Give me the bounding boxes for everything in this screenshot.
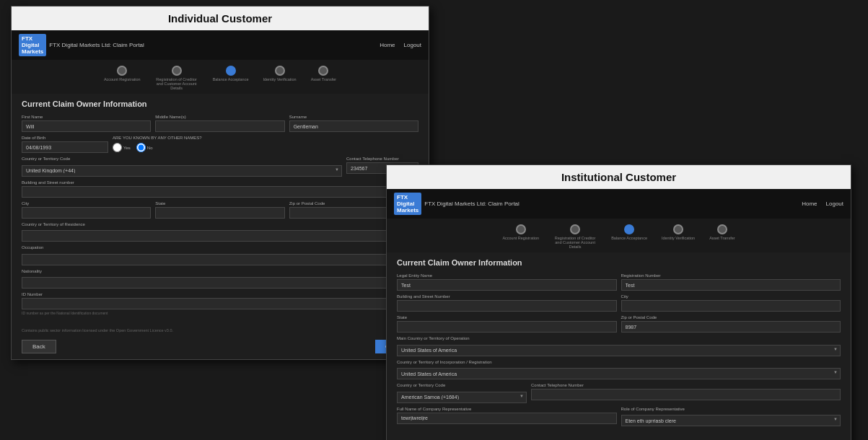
- institutional-registration-number-input[interactable]: [621, 279, 841, 291]
- institutional-role-rep-select[interactable]: Eten eth uprriasb clere: [621, 415, 841, 426]
- institutional-country-code-select[interactable]: American Samoa (+1684): [397, 392, 527, 403]
- individual-first-name-input[interactable]: [22, 120, 151, 132]
- institutional-main-country-select[interactable]: United States of America: [397, 345, 841, 356]
- institutional-customer-panel: Institutional Customer FTXDigitalMarkets…: [386, 164, 851, 440]
- institutional-zip-input[interactable]: [621, 321, 841, 333]
- institutional-step-circle-5: [717, 224, 727, 234]
- institutional-step-2: Registration of Creditor and Customer Ac…: [553, 224, 597, 249]
- individual-step-circle-2: [172, 66, 182, 76]
- individual-country-code-select[interactable]: United Kingdom (+44): [22, 165, 342, 177]
- institutional-logout-link[interactable]: Logout: [826, 201, 843, 207]
- individual-building-input[interactable]: [22, 186, 418, 198]
- individual-row-3: Country or Territory Code United Kingdom…: [22, 157, 418, 177]
- individual-home-link[interactable]: Home: [380, 42, 395, 48]
- individual-first-name-label: First Name: [22, 115, 151, 119]
- individual-occupation-wrapper: [22, 251, 418, 265]
- institutional-logo: FTXDigitalMarkets FTX Digital Markets Lt…: [394, 193, 520, 215]
- institutional-full-name-rep-group: Full Name of Company Representative: [397, 407, 617, 427]
- individual-nationality-select[interactable]: [22, 277, 418, 289]
- institutional-step-1: Account Registration: [502, 224, 539, 249]
- individual-dob-group: Date of Birth: [22, 136, 108, 153]
- institutional-main-country-label: Main Country or Territory of Operation: [397, 336, 841, 340]
- institutional-step-circle-1: [516, 224, 526, 234]
- institutional-section-title: Current Claim Owner Information: [387, 252, 851, 270]
- individual-other-names-radio-group: Yes No: [113, 141, 418, 152]
- individual-step-label-3: Balance Acceptance: [213, 77, 249, 82]
- institutional-city-input[interactable]: [621, 300, 841, 312]
- individual-occupation-select[interactable]: [22, 254, 418, 265]
- individual-country-code-select-wrapper: United Kingdom (+44): [22, 162, 342, 177]
- institutional-main-country-group: Main Country or Territory of Operation U…: [397, 336, 841, 356]
- institutional-legal-entity-label: Legal Entity Name: [397, 273, 617, 278]
- individual-nav-left: FTXDigitalMarkets FTX Digital Markets Lt…: [19, 34, 144, 56]
- individual-middle-name-label: Middle Name(s): [155, 115, 284, 119]
- individual-row-8: Nationality: [22, 269, 418, 289]
- ftx-logo-box: FTXDigitalMarkets: [19, 34, 46, 56]
- individual-nav-links: Home Logout: [380, 42, 421, 48]
- individual-middle-name-input[interactable]: [155, 120, 284, 132]
- individual-step-circle-5: [318, 66, 328, 76]
- institutional-nav-links: Home Logout: [802, 201, 843, 207]
- individual-step-label-5: Asset Transfer: [311, 77, 336, 82]
- individual-surname-input[interactable]: [289, 120, 418, 132]
- individual-step-circle-1: [117, 66, 127, 76]
- individual-row-7: Occupation: [22, 245, 418, 265]
- individual-no-radio[interactable]: [136, 143, 146, 152]
- institutional-home-link[interactable]: Home: [802, 201, 817, 207]
- institutional-steps-bar: Account Registration Registration of Cre…: [387, 219, 851, 252]
- individual-building-label: Building and Street number: [22, 180, 418, 185]
- institutional-role-rep-group: Role of Company Representative Eten eth …: [621, 407, 841, 427]
- individual-row-6: Country or Territory of Residence: [22, 222, 418, 242]
- individual-other-names-label: ARE YOU KNOWN BY ANY OTHER NAMES?: [113, 136, 418, 140]
- institutional-zip-group: Zip or Postal Code: [621, 315, 841, 333]
- individual-step-1: Account Registration: [104, 66, 141, 90]
- individual-step-circle-4: [275, 66, 285, 76]
- institutional-legal-entity-input[interactable]: [397, 279, 617, 291]
- institutional-footer-text: Contains public sector information licen…: [387, 436, 851, 440]
- institutional-zip-label: Zip or Postal Code: [621, 315, 841, 320]
- individual-step-label-2: Registration of Creditor and Customer Ac…: [155, 77, 198, 90]
- institutional-registration-number-label: Registration Number: [621, 273, 841, 278]
- institutional-country-incorporation-select[interactable]: United States of America: [397, 368, 841, 379]
- individual-yes-radio[interactable]: [113, 143, 122, 152]
- institutional-building-label: Building and Street Number: [397, 294, 617, 299]
- individual-id-number-input[interactable]: [22, 298, 418, 309]
- institutional-telephone-group: Contact Telephone Number: [531, 383, 841, 403]
- individual-yes-label[interactable]: Yes: [113, 143, 131, 152]
- individual-logout-link[interactable]: Logout: [404, 42, 421, 48]
- individual-step-5: Asset Transfer: [311, 66, 336, 90]
- individual-nationality-label: Nationality: [22, 269, 418, 273]
- institutional-telephone-input[interactable]: [531, 389, 841, 400]
- institutional-legal-entity-group: Legal Entity Name: [397, 273, 617, 291]
- individual-dob-input[interactable]: [22, 141, 108, 153]
- institutional-step-3: Balance Acceptance: [611, 224, 647, 249]
- individual-no-label[interactable]: No: [136, 143, 153, 152]
- individual-country-residence-group: Country or Territory of Residence: [22, 222, 418, 242]
- individual-step-label-1: Account Registration: [104, 77, 141, 82]
- individual-country-residence-select[interactable]: [22, 230, 418, 242]
- individual-city-input[interactable]: [22, 207, 151, 219]
- institutional-building-input[interactable]: [397, 300, 617, 312]
- individual-building-group: Building and Street number: [22, 180, 418, 198]
- institutional-country-incorporation-wrapper: United States of America: [397, 366, 841, 380]
- individual-back-button[interactable]: Back: [22, 340, 56, 353]
- institutional-row-6: Country or Territory Code American Samoa…: [397, 383, 841, 403]
- individual-state-input[interactable]: [155, 207, 284, 219]
- individual-middle-name-group: Middle Name(s): [155, 115, 284, 132]
- institutional-country-incorporation-label: Country or Territory of Incorporation / …: [397, 360, 841, 364]
- individual-other-names-group: ARE YOU KNOWN BY ANY OTHER NAMES? Yes No: [113, 136, 418, 153]
- institutional-ftx-logo-box: FTXDigitalMarkets: [394, 193, 421, 215]
- individual-step-label-4: Identity Verification: [263, 77, 296, 82]
- institutional-row-7: Full Name of Company Representative Role…: [397, 407, 841, 427]
- institutional-city-label: City: [621, 294, 841, 299]
- individual-first-name-group: First Name: [22, 115, 151, 132]
- individual-nationality-wrapper: [22, 275, 418, 289]
- individual-surname-label: Surname: [289, 115, 418, 119]
- individual-country-code-group: Country or Territory Code United Kingdom…: [22, 157, 342, 177]
- institutional-country-code-wrapper: American Samoa (+1684): [397, 389, 527, 403]
- institutional-portal-title: FTX Digital Markets Ltd: Claim Portal: [424, 201, 520, 207]
- individual-state-group: State: [155, 201, 284, 219]
- institutional-state-input[interactable]: [397, 321, 617, 333]
- institutional-full-name-rep-input[interactable]: [397, 413, 617, 424]
- institutional-role-rep-wrapper: Eten eth uprriasb clere: [621, 413, 841, 427]
